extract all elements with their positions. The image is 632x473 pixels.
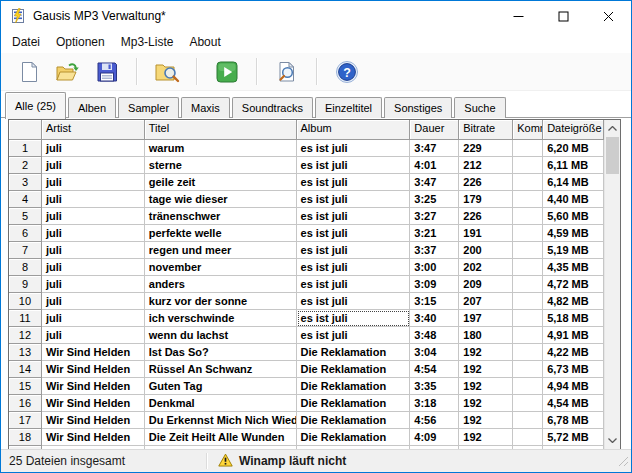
cell-dauer[interactable]: 3:27 (410, 208, 459, 225)
cell-artist[interactable]: juli (42, 276, 145, 293)
cell-artist[interactable]: juli (42, 191, 145, 208)
cell-titel[interactable]: regen und meer (145, 242, 297, 259)
menu-item-mp3-liste[interactable]: Mp3-Liste (113, 32, 182, 52)
cell-titel[interactable]: Du Erkennst Mich Nich Wieder (145, 412, 297, 429)
cell-album[interactable]: es ist juli (297, 140, 411, 157)
cell-album[interactable]: es ist juli (297, 242, 411, 259)
cell-artist[interactable]: juli (42, 174, 145, 191)
tab-sampler[interactable]: Sampler (118, 97, 179, 118)
cell-groesse[interactable]: 5,60 MB (543, 208, 604, 225)
cell-dauer[interactable]: 3:18 (410, 395, 459, 412)
cell-dauer[interactable]: 3:35 (410, 378, 459, 395)
cell-album[interactable]: es ist juli (297, 259, 411, 276)
row-number-cell[interactable]: 1 (9, 140, 42, 157)
menu-item-about[interactable]: About (181, 32, 228, 52)
row-number-cell[interactable]: 8 (9, 259, 42, 276)
cell-bitrate[interactable]: 200 (459, 242, 513, 259)
cell-groesse[interactable]: 4,91 MB (543, 327, 604, 344)
cell-groesse[interactable]: 4,35 MB (543, 259, 604, 276)
cell-titel[interactable]: ich verschwinde (145, 310, 297, 327)
cell-album[interactable]: Die Reklamation (297, 429, 411, 446)
cell-titel[interactable]: tränenschwer (145, 208, 297, 225)
cell-dauer[interactable]: 4:54 (410, 361, 459, 378)
row-number-cell[interactable]: 2 (9, 157, 42, 174)
cell-dauer[interactable]: 3:04 (410, 344, 459, 361)
cell-bitrate[interactable]: 192 (459, 412, 513, 429)
cell-artist[interactable]: juli (42, 208, 145, 225)
cell-dauer[interactable]: 3:37 (410, 242, 459, 259)
cell-groesse[interactable]: 4,40 MB (543, 191, 604, 208)
cell-bitrate[interactable]: 191 (459, 225, 513, 242)
cell-dauer[interactable]: 3:47 (410, 174, 459, 191)
cell-artist[interactable]: juli (42, 242, 145, 259)
cell-dauer[interactable]: 3:15 (410, 293, 459, 310)
cell-dauer[interactable]: 4:09 (410, 429, 459, 446)
cell-bitrate[interactable]: 209 (459, 276, 513, 293)
cell-komm[interactable] (513, 429, 543, 446)
play-button[interactable] (212, 57, 242, 87)
cell-artist[interactable]: juli (42, 310, 145, 327)
cell-bitrate[interactable]: 192 (459, 361, 513, 378)
cell-groesse[interactable]: 5,72 MB (543, 429, 604, 446)
row-number-cell[interactable]: 14 (9, 361, 42, 378)
preview-button[interactable] (272, 57, 302, 87)
cell-album[interactable]: es ist juli (297, 327, 411, 344)
cell-groesse[interactable]: 4,72 MB (543, 276, 604, 293)
cell-artist[interactable]: Wir Sind Helden (42, 361, 145, 378)
cell-artist[interactable]: Wir Sind Helden (42, 429, 145, 446)
row-number-cell[interactable]: 10 (9, 293, 42, 310)
cell-bitrate[interactable]: 192 (459, 378, 513, 395)
cell-bitrate[interactable]: 226 (459, 174, 513, 191)
cell-dauer[interactable]: 3:40 (410, 310, 459, 327)
row-number-cell[interactable]: 13 (9, 344, 42, 361)
cell-artist[interactable]: juli (42, 157, 145, 174)
cell-titel[interactable]: anders (145, 276, 297, 293)
cell-bitrate[interactable]: 192 (459, 429, 513, 446)
cell-komm[interactable] (513, 157, 543, 174)
minimize-button[interactable] (496, 1, 541, 31)
cell-dauer[interactable]: 4:56 (410, 412, 459, 429)
cell-titel[interactable]: perfekte welle (145, 225, 297, 242)
cell-titel[interactable]: Ist Das So? (145, 344, 297, 361)
cell-bitrate[interactable]: 192 (459, 344, 513, 361)
cell-bitrate[interactable]: 192 (459, 395, 513, 412)
cell-titel[interactable]: tage wie dieser (145, 191, 297, 208)
help-button[interactable]: ? (332, 57, 362, 87)
save-button[interactable] (92, 57, 122, 87)
cell-album[interactable]: Die Reklamation (297, 344, 411, 361)
cell-komm[interactable] (513, 327, 543, 344)
cell-groesse[interactable]: 4,82 MB (543, 293, 604, 310)
cell-album[interactable]: Die Reklamation (297, 412, 411, 429)
cell-groesse[interactable]: 6,14 MB (543, 174, 604, 191)
cell-dauer[interactable]: 3:00 (410, 259, 459, 276)
row-number-cell[interactable]: 11 (9, 310, 42, 327)
cell-album[interactable]: es ist juli (297, 208, 411, 225)
cell-groesse[interactable]: 6,78 MB (543, 412, 604, 429)
cell-komm[interactable] (513, 395, 543, 412)
cell-komm[interactable] (513, 259, 543, 276)
tab-alben[interactable]: Alben (68, 97, 116, 118)
scrollbar-thumb[interactable] (606, 137, 619, 174)
scroll-down-button[interactable] (605, 432, 620, 449)
row-number-cell[interactable]: 12 (9, 327, 42, 344)
tab-alle-25[interactable]: Alle (25) (5, 92, 66, 119)
cell-album[interactable]: Die Reklamation (297, 378, 411, 395)
cell-dauer[interactable]: 3:48 (410, 327, 459, 344)
cell-titel[interactable]: Rüssel An Schwanz (145, 361, 297, 378)
search-folder-button[interactable] (152, 57, 182, 87)
menu-item-datei[interactable]: Datei (4, 32, 48, 52)
tab-sonstiges[interactable]: Sonstiges (384, 97, 452, 118)
cell-album[interactable]: es ist juli (297, 191, 411, 208)
cell-titel[interactable]: sterne (145, 157, 297, 174)
cell-bitrate[interactable]: 197 (459, 310, 513, 327)
cell-groesse[interactable]: 6,20 MB (543, 140, 604, 157)
cell-groesse[interactable]: 6,11 MB (543, 157, 604, 174)
cell-komm[interactable] (513, 140, 543, 157)
cell-bitrate[interactable]: 212 (459, 157, 513, 174)
cell-komm[interactable] (513, 191, 543, 208)
row-number-cell[interactable]: 17 (9, 412, 42, 429)
cell-album[interactable]: es ist juli (297, 293, 411, 310)
cell-titel[interactable]: geile zeit (145, 174, 297, 191)
cell-dauer[interactable]: 3:21 (410, 225, 459, 242)
cell-titel[interactable]: Denkmal (145, 395, 297, 412)
